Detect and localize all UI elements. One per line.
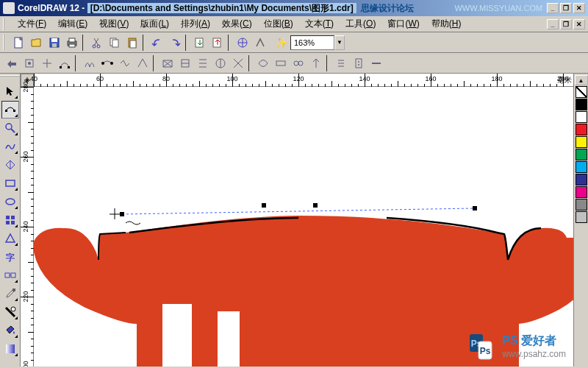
propbar-btn-12[interactable] <box>229 54 247 72</box>
palette-up-arrow[interactable]: ▲ <box>575 75 588 85</box>
propbar-btn-9[interactable] <box>176 54 194 72</box>
ruler-vertical[interactable]: 200220240260280 <box>21 87 34 367</box>
svg-rect-14 <box>213 38 220 47</box>
redo-button[interactable] <box>166 34 184 52</box>
toolbox-grip[interactable] <box>0 75 20 81</box>
menu-t[interactable]: 文本(T) <box>299 16 340 32</box>
swatch-#00a651[interactable] <box>576 149 587 160</box>
ellipse-tool[interactable] <box>1 193 19 210</box>
zoom-input[interactable] <box>290 35 334 50</box>
zoom-tool[interactable] <box>1 119 19 137</box>
open-button[interactable] <box>28 34 46 52</box>
main-area: 字 毫米 406080100120140160180200 2002202402… <box>0 74 588 367</box>
ps-brand-text: PS 爱好者 <box>502 333 566 349</box>
smart-drawing-tool[interactable] <box>1 156 19 174</box>
bezier-handles[interactable] <box>107 201 497 230</box>
mdi-minimize[interactable]: _ <box>547 19 559 29</box>
eyedropper-tool[interactable] <box>1 285 19 302</box>
swatch-#000000[interactable] <box>576 99 587 110</box>
interactive-fill-tool[interactable] <box>1 340 19 358</box>
propbar-btn-17[interactable] <box>332 54 350 72</box>
app-icon <box>3 2 15 14</box>
import-button[interactable] <box>191 34 209 52</box>
propbar-btn-18[interactable] <box>350 54 368 72</box>
corel-online-button[interactable] <box>251 34 269 52</box>
svg-rect-18 <box>60 66 62 68</box>
propbar-btn-4[interactable] <box>81 54 98 72</box>
mdi-close[interactable]: ✕ <box>573 19 585 29</box>
mdi-restore[interactable]: ❐ <box>560 19 572 29</box>
paste-button[interactable] <box>123 34 141 52</box>
menu-w[interactable]: 窗口(W) <box>381 16 425 32</box>
pick-tool[interactable] <box>1 82 19 100</box>
mdi-window-buttons: _ ❐ ✕ <box>547 19 585 29</box>
svg-rect-10 <box>112 40 118 47</box>
cut-button[interactable] <box>88 34 106 52</box>
outline-tool[interactable] <box>1 303 19 321</box>
menu-c[interactable]: 效果(C) <box>216 16 258 32</box>
polygon-tool[interactable] <box>1 211 19 229</box>
copy-button[interactable] <box>106 34 123 52</box>
swatch-#fff200[interactable] <box>576 136 587 148</box>
propbar-btn-3[interactable] <box>56 54 74 72</box>
fill-tool[interactable] <box>1 322 19 339</box>
svg-point-20 <box>101 62 104 65</box>
drawing-canvas[interactable]: Ps Ps PS 爱好者 www.psahz.com <box>34 87 573 367</box>
propbar-btn-15[interactable] <box>290 54 307 72</box>
app-launcher-button[interactable] <box>234 34 251 52</box>
close-button[interactable]: ✕ <box>573 3 585 13</box>
ps-logo-icon: Ps Ps <box>468 331 498 361</box>
propbar-btn-2[interactable] <box>38 54 56 72</box>
maximize-button[interactable]: ❐ <box>560 3 572 13</box>
menu-h[interactable]: 帮助(H) <box>426 16 467 32</box>
menu-l[interactable]: 版面(L) <box>135 16 175 32</box>
propbar-btn-5[interactable] <box>98 54 116 72</box>
propbar-btn-7[interactable] <box>134 54 151 72</box>
swatch-#ec008c[interactable] <box>576 186 587 198</box>
propbar-btn-16[interactable] <box>307 54 325 72</box>
minimize-button[interactable]: _ <box>547 3 559 13</box>
propbar-btn-8[interactable] <box>159 54 176 72</box>
zoom-dropdown[interactable]: ▼ <box>334 35 345 50</box>
swatch-#2e3192[interactable] <box>576 174 587 185</box>
swatch-#ed1c24[interactable] <box>576 124 587 135</box>
undo-button[interactable] <box>148 34 166 52</box>
propbar-btn-10[interactable] <box>194 54 212 72</box>
svg-point-25 <box>294 61 298 66</box>
propbar-btn-11[interactable] <box>212 54 229 72</box>
freehand-tool[interactable] <box>1 138 19 155</box>
menu-e[interactable]: 编辑(E) <box>52 16 93 32</box>
export-button[interactable] <box>209 34 226 52</box>
propbar-btn-13[interactable] <box>254 54 272 72</box>
menu-f[interactable]: 文件(F) <box>12 16 52 32</box>
swatch-none[interactable] <box>576 86 587 98</box>
zoom-combo[interactable]: ▼ <box>290 35 345 50</box>
text-tool[interactable]: 字 <box>1 248 19 266</box>
propbar-btn-1[interactable] <box>21 54 38 72</box>
propbar-btn-14[interactable] <box>272 54 290 72</box>
interactive-blend-tool[interactable] <box>1 266 19 284</box>
menu-o[interactable]: 工具(O) <box>340 16 381 32</box>
rectangle-tool[interactable] <box>1 174 19 192</box>
svg-line-45 <box>122 208 475 214</box>
print-button[interactable] <box>63 34 81 52</box>
basic-shapes-tool[interactable] <box>1 230 19 247</box>
svg-rect-2 <box>51 38 57 42</box>
save-button[interactable] <box>46 34 63 52</box>
shape-tool[interactable] <box>1 101 19 118</box>
propbar-btn-19[interactable] <box>368 54 385 72</box>
swatch-#898989[interactable] <box>576 199 587 210</box>
menubar-grip[interactable] <box>3 18 9 31</box>
menu-b[interactable]: 位图(B) <box>258 16 299 32</box>
propbar-btn-0[interactable] <box>3 54 21 72</box>
menu-v[interactable]: 视图(V) <box>93 16 135 32</box>
new-button[interactable] <box>10 34 28 52</box>
ruler-horizontal[interactable]: 毫米 406080100120140160180200 <box>34 74 573 87</box>
propbar-btn-6[interactable] <box>116 54 134 72</box>
swatch-#c0c0c0[interactable] <box>576 211 587 223</box>
swatch-#ffffff[interactable] <box>576 111 587 123</box>
menu-a[interactable]: 排列(A) <box>175 16 216 32</box>
url-watermark: WWW.MISSYUAN.COM <box>454 4 542 13</box>
swatch-#00aeef[interactable] <box>576 161 587 173</box>
toolbar-grip[interactable] <box>3 35 9 51</box>
